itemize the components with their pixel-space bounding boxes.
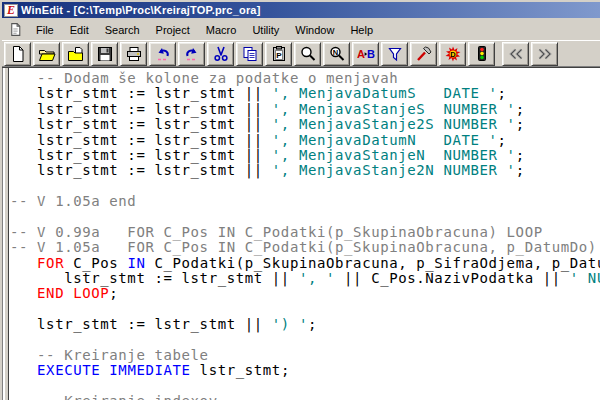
code-line: END LOOP; — [10, 286, 600, 301]
folder-document-icon — [67, 45, 85, 63]
menu-item-help[interactable]: Help — [342, 22, 381, 38]
code-line: lstr_stmt := lstr_stmt || ', MenjavaStan… — [10, 117, 600, 132]
find-button[interactable] — [294, 42, 321, 66]
scissors-icon — [212, 45, 230, 63]
code-lines[interactable]: -- Dodam še kolone za podatke o menjavah… — [9, 68, 600, 400]
winedit-app-icon: E — [4, 4, 18, 17]
menu-bar: FileEditSearchProjectMacroUtilityWindowH… — [2, 18, 600, 40]
menu-item-file[interactable]: File — [28, 22, 62, 38]
a-to-b-icon: AB — [357, 45, 375, 63]
open-folder-icon — [38, 45, 56, 63]
printer-icon — [125, 45, 143, 63]
copy-pages-icon — [241, 45, 259, 63]
code-line: lstr_stmt := lstr_stmt || ') '; — [10, 317, 600, 332]
floppy-disk-icon — [96, 45, 114, 63]
document-icon[interactable] — [8, 22, 23, 37]
toolbar: PNABD — [2, 40, 600, 67]
open-file-button[interactable] — [33, 42, 60, 66]
code-line: lstr_stmt := lstr_stmt || ', MenjavaStan… — [10, 148, 600, 163]
navigate-back-button[interactable] — [502, 42, 529, 66]
replace-button[interactable]: AB — [352, 42, 379, 66]
svg-text:P: P — [276, 50, 282, 59]
print-button[interactable] — [120, 42, 147, 66]
code-line: lstr_stmt := lstr_stmt || ', ' || C_Pos.… — [10, 271, 600, 286]
traffic-light-icon — [473, 45, 491, 63]
svg-text:B: B — [367, 48, 375, 60]
code-line — [10, 333, 600, 348]
code-line: lstr_stmt := lstr_stmt || ', MenjavaStan… — [10, 102, 600, 117]
debug-button[interactable]: D — [439, 42, 466, 66]
clipboard-icon: P — [270, 45, 288, 63]
editor-left-edge — [2, 68, 9, 400]
svg-text:N: N — [332, 47, 337, 56]
code-line: -- Kreiranje indexov — [10, 394, 600, 400]
code-line — [10, 379, 600, 394]
window-title: WinEdit - [C:\Temp\Proc\KreirajTOP.prc_o… — [21, 4, 261, 16]
code-line — [10, 210, 600, 225]
menu-item-utility[interactable]: Utility — [244, 22, 287, 38]
double-arrow-right-icon — [536, 45, 554, 63]
redo-button[interactable] — [178, 42, 205, 66]
code-line: lstr_stmt := lstr_stmt || ', MenjavaDatu… — [10, 133, 600, 148]
filter-button[interactable] — [381, 42, 408, 66]
navigate-forward-button[interactable] — [531, 42, 558, 66]
save-button[interactable] — [91, 42, 118, 66]
paste-button[interactable]: P — [265, 42, 292, 66]
double-arrow-left-icon — [507, 45, 525, 63]
open-project-button[interactable] — [62, 42, 89, 66]
menu-item-search[interactable]: Search — [97, 22, 148, 38]
svg-text:D: D — [450, 49, 456, 58]
run-button[interactable] — [468, 42, 495, 66]
copy-button[interactable] — [236, 42, 263, 66]
code-editor[interactable]: -- Dodam še kolone za podatke o menjavah… — [2, 67, 600, 400]
new-document-icon — [9, 45, 27, 63]
code-line: -- V 1.05a end — [10, 194, 600, 209]
code-line: EXECUTE IMMEDIATE lstr_stmt; — [10, 363, 600, 378]
menu-item-macro[interactable]: Macro — [198, 22, 245, 38]
new-document-button[interactable] — [4, 42, 31, 66]
code-line: -- V 1.05a FOR C_Pos IN C_Podatki(p_Skup… — [10, 240, 600, 255]
code-line: -- V 0.99a FOR C_Pos IN C_Podatki(p_Skup… — [10, 225, 600, 240]
menu-items-container: FileEditSearchProjectMacroUtilityWindowH… — [28, 20, 381, 38]
compile-button[interactable] — [410, 42, 437, 66]
cut-button[interactable] — [207, 42, 234, 66]
code-line: lstr_stmt := lstr_stmt || ', MenjavaStan… — [10, 163, 600, 178]
magnifier-n-icon: N — [328, 45, 346, 63]
redo-arrow-icon — [183, 45, 201, 63]
title-bar: E WinEdit - [C:\Temp\Proc\KreirajTOP.prc… — [2, 2, 600, 18]
menu-item-window[interactable]: Window — [287, 22, 342, 38]
menu-item-project[interactable]: Project — [148, 22, 198, 38]
winedit-window: E WinEdit - [C:\Temp\Proc\KreirajTOP.prc… — [0, 0, 600, 400]
code-line: FOR C_Pos IN C_Podatki(p_SkupinaObracuna… — [10, 256, 600, 271]
hammer-icon — [415, 45, 433, 63]
code-line: -- Dodam še kolone za podatke o menjavah — [10, 71, 600, 86]
code-line: lstr_stmt := lstr_stmt || ', MenjavaDatu… — [10, 86, 600, 101]
code-line: -- Kreiranje tabele — [10, 348, 600, 363]
code-line — [10, 302, 600, 317]
menu-item-edit[interactable]: Edit — [62, 22, 97, 38]
code-line — [10, 179, 600, 194]
find-next-button[interactable]: N — [323, 42, 350, 66]
bug-icon: D — [444, 45, 462, 63]
undo-arrow-icon — [154, 45, 172, 63]
funnel-icon — [386, 45, 404, 63]
svg-text:A: A — [357, 48, 365, 60]
undo-button[interactable] — [149, 42, 176, 66]
magnifier-icon — [299, 45, 317, 63]
